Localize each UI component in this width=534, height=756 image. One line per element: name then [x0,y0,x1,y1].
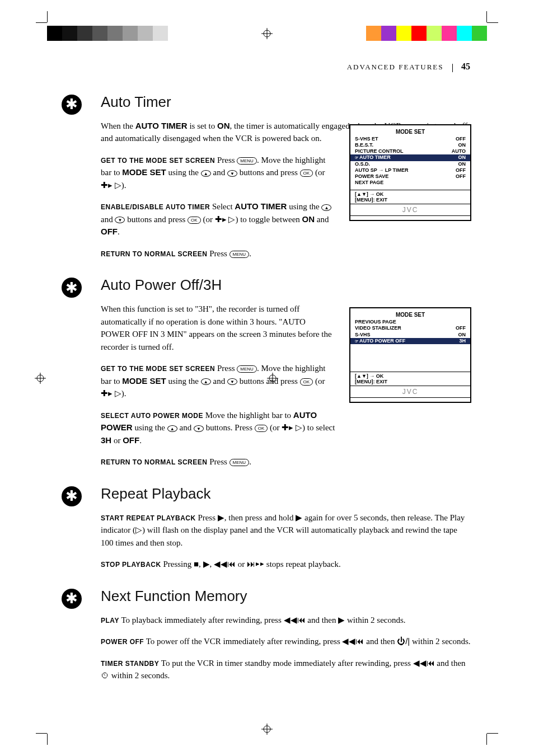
star-badge-icon: ✱ [62,278,82,298]
shuttle-icon: ✚▸ [101,180,113,190]
down-button-icon: ▼ [227,378,237,385]
ok-button-icon: OK [300,378,313,386]
jvc-logo: JVC [350,386,471,398]
osd-mode-set-1: MODE SET S-VHS ETOFFB.E.S.T.ONPICTURE CO… [349,124,471,221]
play-icon: ▶ [218,513,224,522]
osd-row: ☞AUTO POWER OFF3H [350,338,470,344]
menu-button-icon: MENU [229,251,250,258]
star-badge-icon: ✱ [62,95,82,115]
power-icon: ⏻/| [397,636,410,646]
osd-row: POWER SAVEOFF [355,173,466,180]
section-auto-timer: ✱ Auto Timer MODE SET S-VHS ETOFFB.E.S.T… [63,93,471,260]
rewind-icon: ◀◀⏮ [284,615,306,624]
osd-row: B.E.S.T.ON [355,142,466,148]
step-paragraph: RETURN TO NORMAL SCREEN Press MENU. [101,456,336,468]
section-title: Auto Timer [101,93,471,111]
play-icon: ▶ [338,615,345,624]
step-paragraph: GET TO THE MODE SET SCREEN Press MENU. M… [101,154,336,192]
osd-mode-set-2: MODE SET PREVIOUS PAGEVIDEO STABILIZEROF… [349,307,471,403]
osd-row: PREVIOUS PAGE [355,319,466,325]
down-button-icon: ▼ [227,170,237,177]
down-button-icon: ▼ [194,425,204,432]
page-header: ADVANCED FEATURES 45 [63,62,471,72]
up-button-icon: ▲ [321,204,331,211]
ffwd-icon: ⏭▶▶ [247,559,264,569]
osd-row: ☞AUTO TIMERON [350,154,470,161]
up-button-icon: ▲ [201,378,211,385]
print-bw-swatches [47,26,168,41]
registration-mark-icon [261,724,273,735]
registration-mark-icon [261,28,273,39]
step-paragraph: START REPEAT PLAYBACK Press ▶, then pres… [101,511,471,550]
down-button-icon: ▼ [115,217,125,223]
shuttle-icon: ✚▸ [282,422,293,432]
step-paragraph: STOP PLAYBACK Pressing ■, ▶, ◀◀⏮ or ⏭▶▶ … [101,558,471,571]
ok-button-icon: OK [300,170,313,177]
play-icon: ▶ [296,513,302,522]
shuttle-icon: ✚▸ [215,214,227,224]
up-button-icon: ▲ [201,170,211,177]
section-title: Auto Power Off/3H [101,276,471,294]
play-outline-icon: ▷ [135,525,142,534]
ok-button-icon: OK [188,217,201,224]
menu-button-icon: MENU [237,157,257,165]
ok-button-icon: OK [255,425,268,432]
star-badge-icon: ✱ [62,486,82,506]
play-icon: ▶ [203,559,210,569]
step-paragraph: SELECT AUTO POWER MODE Move the highligh… [101,409,336,447]
step-paragraph: RETURN TO NORMAL SCREEN Press MENU. [101,247,336,260]
step-paragraph: TIMER STANDBY To put the VCR in timer st… [101,657,471,682]
star-badge-icon: ✱ [62,589,82,609]
menu-button-icon: MENU [229,459,250,466]
registration-mark-icon [35,373,46,384]
osd-row: NEXT PAGE [355,180,466,186]
stop-icon: ■ [194,559,199,569]
intro-paragraph: When this function is set to "3H", the r… [101,303,336,353]
section-repeat-playback: ✱ Repeat Playback START REPEAT PLAYBACK … [63,485,471,571]
section-auto-power-off: ✱ Auto Power Off/3H MODE SET PREVIOUS PA… [63,276,471,468]
step-paragraph: GET TO THE MODE SET SCREEN Press MENU. M… [101,362,336,400]
rewind-icon: ◀◀⏮ [214,559,236,569]
up-button-icon: ▲ [167,425,177,432]
rewind-icon: ◀◀⏮ [413,658,435,668]
timer-icon: ⏲ [101,670,109,680]
step-paragraph: PLAY To playback immediately after rewin… [101,614,471,627]
osd-row: AUTO SP → LP TIMEROFF [355,167,466,173]
osd-row: O.S.D.ON [355,161,466,167]
osd-row: VIDEO STABILIZEROFF [355,325,466,331]
page-number: 45 [461,62,470,71]
header-category: ADVANCED FEATURES [347,63,444,71]
osd-row: S-VHS ETOFF [355,136,466,142]
step-paragraph: ENABLE/DISABLE AUTO TIMER Select AUTO TI… [101,200,336,238]
section-title: Next Function Memory [101,588,471,605]
menu-button-icon: MENU [237,365,257,373]
shuttle-icon: ✚▸ [101,388,113,398]
print-color-swatches [366,26,487,41]
osd-row: S-VHSON [355,332,466,338]
jvc-logo: JVC [350,204,471,216]
page-content: ADVANCED FEATURES 45 ✱ Auto Timer MODE S… [47,48,487,721]
rewind-icon: ◀◀⏮ [342,636,364,646]
step-paragraph: POWER OFF To power off the VCR immediate… [101,635,471,648]
osd-row: PICTURE CONTROLAUTO [355,148,466,154]
section-title: Repeat Playback [101,485,471,503]
section-next-function-memory: ✱ Next Function Memory PLAY To playback … [63,588,471,682]
